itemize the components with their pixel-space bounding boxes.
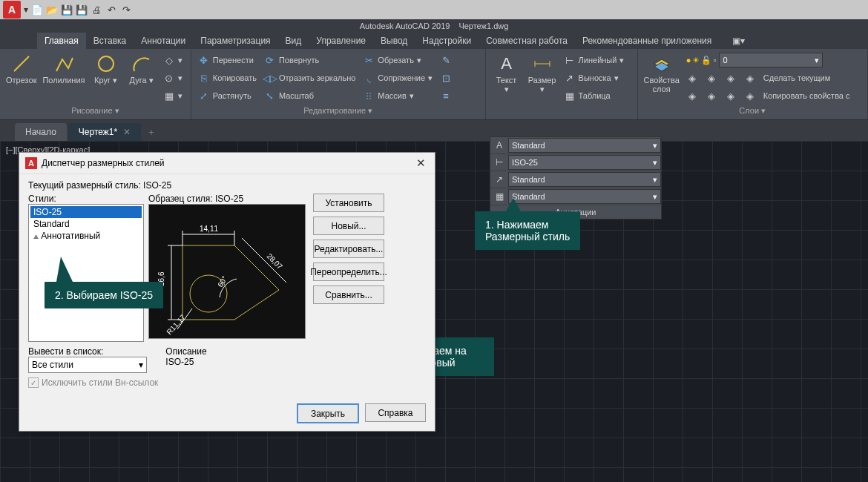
arc-button[interactable]: Дуга ▾ [125,52,158,87]
style-item-standard[interactable]: Standard [30,218,142,230]
tab-view[interactable]: Вид [278,33,309,49]
layer-tool1-icon[interactable]: ◈ [684,70,700,86]
tab-insert[interactable]: Вставка [86,33,134,49]
open-icon[interactable]: 📂 [46,4,58,16]
close-dialog-icon[interactable]: ✕ [413,156,429,170]
trim-button[interactable]: ✂Обрезать ▾ [361,52,435,68]
dim-style-icon: ⊢ [490,157,508,168]
app-logo-icon[interactable]: A [3,1,21,19]
file-name: Чертеж1.dwg [458,22,508,30]
tab-home[interactable]: Главная [37,33,86,49]
redo-icon[interactable]: ↷ [120,4,132,16]
override-button[interactable]: Переопределить... [313,263,384,281]
dialog-title: Диспетчер размерных стилей [42,158,165,168]
svg-text:14,11: 14,11 [200,225,218,233]
plot-icon[interactable]: 🖨 [91,4,102,16]
svg-point-1 [99,56,114,71]
style-item-iso25[interactable]: ISO-25 [30,206,142,218]
group-draw-title[interactable]: Рисование ▾ [4,105,186,116]
text-button[interactable]: AТекст▾ [490,52,523,96]
rotate-button[interactable]: ⟳Повернуть [262,52,358,68]
draw-misc1-icon[interactable]: ◇▾ [161,52,185,68]
dialog-logo-icon: A [25,157,37,169]
edit-misc3-icon[interactable]: ≡ [438,88,454,104]
layer-combo[interactable]: ●☀🔓▫0▾ [684,52,852,68]
tab-output[interactable]: Вывод [373,33,415,49]
product-name: Autodesk AutoCAD 2019 [360,22,450,30]
tab-extra-icon[interactable]: ▣▾ [725,33,752,49]
text-style-icon: A [490,140,508,151]
layer-tool8-icon[interactable]: ◈ [742,88,758,104]
linear-button[interactable]: ⊢Линейный ▾ [562,52,627,68]
polyline-button[interactable]: Полилиния [41,52,86,86]
close-button[interactable]: Закрыть [297,403,359,423]
tab-drawing1[interactable]: Чертеж1*✕ [68,123,141,141]
edit-misc2-icon[interactable]: ⊡ [438,70,454,86]
tab-featured[interactable]: Рекомендованные приложения [575,33,719,49]
tab-collab[interactable]: Совместная работа [479,33,575,49]
text-style-combo[interactable]: Standard▾ [508,138,661,153]
tab-manage[interactable]: Управление [309,33,373,49]
close-tab-icon[interactable]: ✕ [123,127,131,137]
dim-style-combo[interactable]: ISO-25▾ [508,155,661,170]
table-style-combo[interactable]: Standard▾ [508,189,661,204]
saveas-icon[interactable]: 💾 [76,4,88,16]
leader-style-combo[interactable]: Standard▾ [508,172,661,187]
dimension-button[interactable]: Размер▾ [526,52,559,96]
drawing-canvas[interactable]: [−][Сверху][2D-каркас] AStandard▾ ⊢ISO-2… [0,141,868,482]
styles-listbox[interactable]: ISO-25 Standard ⟁ Аннотативный [28,204,144,342]
style-item-annotative[interactable]: ⟁ Аннотативный [30,230,142,242]
new-icon[interactable]: 📄 [31,4,43,16]
mirror-button[interactable]: ◁▷Отразить зеркально [262,70,358,86]
tab-start[interactable]: Начало [15,123,67,141]
array-button[interactable]: ⁝⁝Массив ▾ [361,88,435,104]
edit-style-button[interactable]: Редактировать... [313,240,384,258]
move-button[interactable]: ✥Перенести [196,52,259,68]
layer-tool4-icon[interactable]: ◈ [742,70,758,86]
layer-tool3-icon[interactable]: ◈ [723,70,739,86]
group-annot-title[interactable] [490,105,633,116]
fillet-button[interactable]: ◟Сопряжение ▾ [361,70,435,86]
ribbon: Отрезок Полилиния Круг ▾ Дуга ▾ ◇▾ ⊙▾ ▦▾… [0,49,868,120]
draw-misc3-icon[interactable]: ▦▾ [161,88,185,104]
scale-button[interactable]: ⤡Масштаб [262,88,358,104]
add-tab-icon[interactable]: ＋ [142,123,160,141]
layer-tool2-icon[interactable]: ◈ [703,70,720,86]
help-button[interactable]: Справка [365,403,426,422]
svg-text:R11,17: R11,17 [165,313,187,337]
qat-dropdown-icon[interactable]: ▾ [24,4,28,15]
edit-misc1-icon[interactable]: ✎ [438,52,454,68]
tab-addins[interactable]: Надстройки [415,33,479,49]
make-current-button[interactable]: Сделать текущим [761,70,832,86]
compare-button[interactable]: Сравнить... [313,285,384,304]
preview-label: Образец стиля: ISO-25 [148,194,304,204]
save-icon[interactable]: 💾 [61,4,73,16]
leader-button[interactable]: ↗Выноска ▾ [562,70,627,86]
current-style-label: Текущий размерный стиль: ISO-25 [28,180,426,191]
layer-tool5-icon[interactable]: ◈ [684,88,700,104]
exclude-xref-checkbox[interactable]: ✓Исключить стили Вн-ссылок [28,377,158,388]
layer-tool6-icon[interactable]: ◈ [703,88,720,104]
list-filter-combo[interactable]: Все стили▾ [28,357,147,373]
copy-props-button[interactable]: Копировать свойства с [761,88,852,104]
group-layers-title[interactable]: Слои ▾ [642,105,864,116]
copy-button[interactable]: ⎘Копировать [196,70,259,86]
layer-properties-button[interactable]: Свойства слоя [642,52,681,95]
svg-text:60°: 60° [216,274,228,288]
file-tabs: Начало Чертеж1*✕ ＋ [0,120,868,141]
draw-misc2-icon[interactable]: ⊙▾ [161,70,185,86]
layer-tool7-icon[interactable]: ◈ [723,88,739,104]
new-style-button[interactable]: Новый... [313,217,384,235]
circle-button[interactable]: Круг ▾ [90,52,122,87]
line-button[interactable]: Отрезок [4,52,38,86]
undo-icon[interactable]: ↶ [105,4,117,16]
set-current-button[interactable]: Установить [313,194,384,212]
desc-label: Описание [165,346,321,357]
table-button[interactable]: ▦Таблица [562,88,627,104]
tab-annotate[interactable]: Аннотации [134,33,193,49]
leader-style-icon: ↗ [490,174,508,185]
tab-parametric[interactable]: Параметризация [193,33,277,49]
stretch-button[interactable]: ⤢Растянуть [196,88,259,104]
group-edit-title[interactable]: Редактирование ▾ [196,105,481,116]
style-preview: 14,11 16,6 28,07 60° R11,17 [148,204,306,339]
